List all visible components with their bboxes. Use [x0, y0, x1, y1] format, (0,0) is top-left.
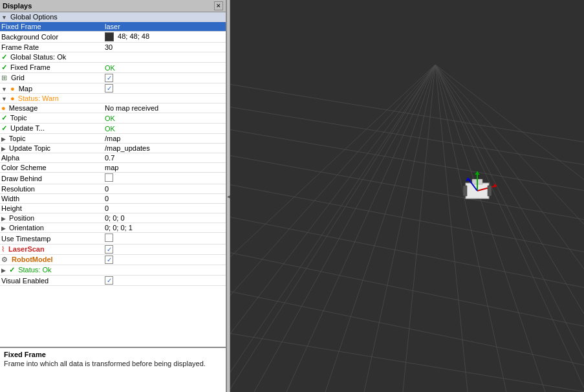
draw-behind-checkbox[interactable] [105, 173, 113, 182]
laser-scan-checkbox[interactable] [105, 245, 113, 254]
bg-color-value: 48; 48; 48 [118, 32, 149, 40]
panel-title-bar: Displays ✕ [0, 0, 226, 12]
robot-model-label: RobotModel [12, 256, 53, 263]
panel-title: Displays [3, 2, 32, 10]
status-warn-row[interactable]: ▼ ● Status: Warn [0, 94, 226, 103]
map-icon: ● [10, 85, 15, 93]
grid-label: Grid [11, 74, 25, 82]
orientation-label: Orientation [9, 224, 44, 232]
use-timestamp-row[interactable]: Use Timestamp [0, 233, 226, 245]
map-arrow-icon: ▼ [1, 86, 7, 93]
use-timestamp-checkbox[interactable] [105, 234, 113, 242]
update-t-label: Update T... [10, 124, 45, 132]
position-value: 0; 0; 0 [105, 214, 125, 222]
grid-row[interactable]: ⊞ Grid [0, 73, 226, 83]
color-scheme-row[interactable]: Color Scheme map [0, 163, 226, 173]
height-label: Height [1, 204, 22, 212]
status-ok-row[interactable]: ▶ ✓ Status: Ok [0, 265, 226, 276]
alpha-row[interactable]: Alpha 0.7 [0, 153, 226, 163]
fixed-frame-sub-row[interactable]: ✓ Fixed Frame OK [0, 63, 226, 73]
orientation-value: 0; 0; 0; 1 [105, 224, 133, 232]
resolution-row[interactable]: Resolution 0 [0, 184, 226, 194]
3d-view-panel[interactable] [230, 0, 584, 392]
draw-behind-row[interactable]: Draw Behind [0, 173, 226, 184]
update-topic-value: /map_updates [105, 144, 150, 152]
map-label: Map [19, 85, 32, 93]
global-status-row[interactable]: ✓ Global Status: Ok [0, 52, 226, 63]
close-button[interactable]: ✕ [214, 1, 223, 10]
fixed-frame-row[interactable]: Fixed Frame laser [0, 22, 226, 32]
svg-rect-37 [463, 186, 467, 196]
update-t-row[interactable]: ✓ Update T... OK [0, 124, 226, 134]
map-checkbox[interactable] [105, 84, 113, 93]
update-topic-row[interactable]: ▶ Update Topic /map_updates [0, 144, 226, 153]
warn-icon: ● [10, 94, 15, 102]
fixed-frame-sub-value: OK [105, 64, 115, 72]
visual-enabled-checkbox[interactable] [105, 276, 113, 285]
arrow-down-icon: ▼ [1, 14, 7, 21]
robot-model-checkbox[interactable] [105, 256, 113, 264]
status-ok-arrow-icon: ▶ [1, 267, 6, 274]
status-ok-check-icon: ✓ [9, 266, 15, 274]
global-options-label: Global Options [10, 13, 58, 21]
left-panel: Displays ✕ ▼ Global Options Fixed Frame [0, 0, 226, 392]
update-check-icon: ✓ [1, 124, 7, 132]
position-arrow-icon: ▶ [1, 215, 6, 222]
laser-scan-label: LaserScan [8, 245, 45, 253]
info-title: Fixed Frame [4, 351, 222, 358]
position-label: Position [9, 214, 34, 222]
update-t-value: OK [105, 125, 115, 133]
robot-model-row[interactable]: ⚙ RobotModel [0, 255, 226, 265]
width-row[interactable]: Width 0 [0, 194, 226, 204]
message-label: Message [9, 104, 38, 112]
message-value: No map received [105, 104, 158, 112]
topic-sub1-row[interactable]: ✓ Topic OK [0, 113, 226, 124]
alpha-label: Alpha [1, 154, 19, 162]
fixed-frame-value: laser [105, 23, 120, 30]
color-swatch [105, 32, 114, 41]
resolution-value: 0 [105, 185, 109, 193]
position-row[interactable]: ▶ Position 0; 0; 0 [0, 213, 226, 223]
bg-color-row[interactable]: Background Color 48; 48; 48 [0, 32, 226, 43]
orientation-arrow-icon: ▶ [1, 225, 6, 232]
visual-enabled-row[interactable]: Visual Enabled [0, 276, 226, 286]
3d-grid [230, 0, 584, 392]
height-value: 0 [105, 204, 109, 212]
bg-color-label: Background Color [1, 33, 58, 41]
frame-rate-row[interactable]: Frame Rate 30 [0, 43, 226, 52]
global-options-row[interactable]: ▼ Global Options [0, 12, 226, 22]
visual-enabled-label: Visual Enabled [1, 277, 49, 285]
update-topic-arrow-icon: ▶ [1, 146, 6, 152]
status-ok-label: Status: Ok [18, 266, 51, 274]
topic-row[interactable]: ▶ Topic /map [0, 134, 226, 144]
topic-check-icon: ✓ [1, 114, 7, 122]
tree-area[interactable]: ▼ Global Options Fixed Frame laser [0, 12, 226, 347]
topic-value: /map [105, 135, 120, 142]
info-text: Frame into which all data is transformed… [4, 360, 222, 367]
map-row[interactable]: ▼ ● Map [0, 83, 226, 94]
draw-behind-label: Draw Behind [1, 175, 42, 182]
topic-label: Topic [9, 135, 26, 142]
update-topic-label: Update Topic [9, 144, 50, 152]
fixed-frame-sub-label: Fixed Frame [10, 63, 50, 71]
green-check-icon2: ✓ [1, 63, 7, 71]
grid-checkbox[interactable] [105, 74, 113, 82]
message-row[interactable]: ● Message No map received [0, 103, 226, 113]
green-check-icon: ✓ [1, 53, 7, 61]
svg-rect-38 [488, 186, 492, 196]
topic-sub1-value: OK [105, 114, 115, 122]
message-icon: ● [1, 104, 6, 112]
laser-scan-row[interactable]: ⌇ LaserScan [0, 245, 226, 255]
topic-arrow-icon: ▶ [1, 136, 6, 142]
resolution-label: Resolution [1, 185, 35, 193]
topic-sub1-label: Topic [10, 114, 27, 122]
frame-rate-value: 30 [105, 43, 113, 51]
robot-model-icon: ⚙ [1, 256, 8, 263]
width-value: 0 [105, 195, 109, 202]
orientation-row[interactable]: ▶ Orientation 0; 0; 0; 1 [0, 223, 226, 233]
color-scheme-label: Color Scheme [1, 164, 47, 171]
height-row[interactable]: Height 0 [0, 204, 226, 213]
grid-icon: ⊞ [1, 74, 7, 82]
laser-scan-icon: ⌇ [1, 245, 5, 253]
fixed-frame-label: Fixed Frame [1, 23, 41, 30]
